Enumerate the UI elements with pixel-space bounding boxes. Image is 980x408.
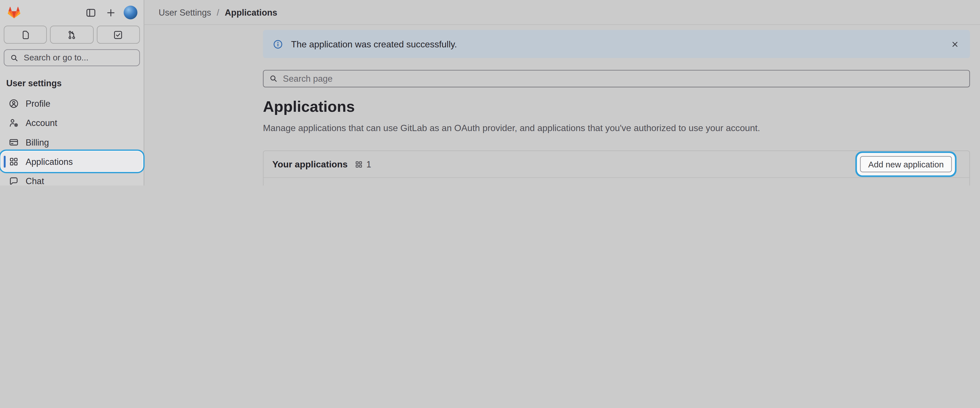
todo-done-icon (113, 30, 123, 40)
create-new-button[interactable] (103, 5, 118, 20)
alert-close-button[interactable] (950, 39, 960, 49)
info-alert: The application was created successfully… (263, 30, 970, 58)
your-applications-title: Your applications (272, 159, 347, 169)
chat-icon (9, 176, 19, 186)
sidebar: Search or go to... User settings Profile (0, 0, 144, 186)
gitlab-window: Search or go to... User settings Profile (0, 0, 980, 186)
sidebar-item-label: Applications (25, 156, 73, 166)
sidebar-item-billing[interactable]: Billing (1, 132, 142, 151)
issues-icon (21, 30, 30, 40)
page-description: Manage applications that can use GitLab … (263, 122, 970, 135)
your-applications-panel: Your applications 1 Add new application (263, 151, 970, 186)
main-content: User Settings / Applications The applica… (144, 0, 980, 186)
global-search-placeholder: Search or go to... (24, 53, 89, 62)
page-title: Applications (263, 98, 970, 116)
sidebar-shortcut-buttons (0, 21, 144, 44)
column-header-name: Name (272, 185, 367, 186)
applications-icon (9, 156, 19, 166)
todo-list-button[interactable] (97, 25, 140, 44)
issues-button[interactable] (4, 25, 47, 44)
search-icon (269, 74, 278, 83)
your-applications-count: 1 (355, 159, 371, 169)
sidebar-item-label: Billing (25, 137, 49, 147)
your-applications-header: Your applications 1 Add new application (264, 151, 969, 177)
merge-request-icon (67, 30, 76, 40)
profile-icon (9, 98, 19, 108)
sidebar-item-account[interactable]: Account (1, 113, 142, 132)
user-avatar[interactable] (124, 6, 137, 19)
column-header-callback-url: Callback URL (368, 185, 816, 186)
billing-icon (9, 137, 19, 147)
your-applications-count-value: 1 (366, 159, 371, 169)
sidebar-header (0, 0, 144, 21)
account-icon (9, 118, 19, 128)
close-icon (950, 40, 959, 49)
applications-grid-icon (355, 160, 363, 168)
search-icon (10, 53, 19, 62)
sidebar-nav: Profile Account Billin (0, 94, 144, 186)
sidebar-toggle-button[interactable] (83, 5, 98, 20)
info-icon (273, 39, 283, 49)
page-container: The application was created successfully… (263, 25, 970, 186)
sidebar-item-chat[interactable]: Chat (1, 171, 142, 186)
applications-table-header: Name Callback URL Clients (264, 177, 969, 186)
sidebar-item-label: Profile (25, 98, 50, 108)
column-header-clients: Clients (816, 185, 909, 186)
sidebar-item-label: Chat (25, 176, 44, 186)
merge-requests-button[interactable] (50, 25, 94, 44)
page-search-input[interactable] (283, 74, 964, 84)
sidebar-item-profile[interactable]: Profile (1, 94, 142, 113)
add-new-application-button[interactable]: Add new application (860, 156, 952, 173)
sidebar-section-title: User settings (0, 66, 144, 94)
alert-message: The application was created successfully… (291, 39, 457, 49)
sidebar-item-label: Account (25, 118, 57, 128)
breadcrumb-applications: Applications (225, 7, 277, 17)
breadcrumb-user-settings[interactable]: User Settings (159, 7, 211, 17)
global-search-box[interactable]: Search or go to... (4, 49, 140, 66)
breadcrumb: User Settings / Applications (144, 0, 980, 25)
gitlab-logo (6, 5, 22, 20)
sidebar-item-applications[interactable]: Applications (1, 152, 142, 171)
page-search (263, 70, 970, 87)
breadcrumb-separator: / (217, 7, 220, 17)
sidebar-toggle-icon (85, 7, 95, 17)
plus-icon (105, 7, 116, 17)
